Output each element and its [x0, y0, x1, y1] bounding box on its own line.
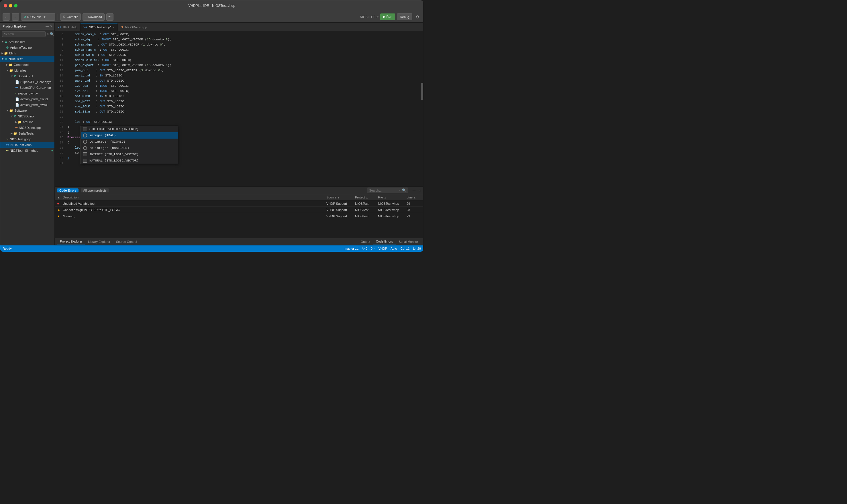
- error-col-proj-header[interactable]: Project ▲: [355, 196, 378, 199]
- tree-item-niostest-sim-ghdp[interactable]: 〜 NIOSTest_Sim.ghdp +: [0, 148, 54, 154]
- error-src-2: VHDP Support: [327, 215, 355, 218]
- tree-item-avalon-sw-tcl[interactable]: 📄 avalon_pwm_sw.tcl: [0, 102, 54, 108]
- panel-close-x-icon[interactable]: ×: [419, 189, 421, 192]
- error-row-1[interactable]: ▲ Cannot assign INTEGER to STD_LOGIC VHD…: [55, 207, 423, 213]
- minimize-button[interactable]: [9, 4, 12, 7]
- sidebar-close-icon[interactable]: ×: [50, 24, 52, 28]
- tree-item-software[interactable]: ▼ 📁 Software: [0, 108, 54, 113]
- tree-item-libraries[interactable]: ▼ 📁 Libraries: [0, 68, 54, 73]
- search-icon[interactable]: 🔍: [50, 32, 54, 36]
- error-col-file-header[interactable]: File ▲: [378, 196, 407, 199]
- bottom-nav-tab-library-explorer[interactable]: Library Explorer: [85, 238, 113, 245]
- all-open-projects-badge[interactable]: All open projects: [81, 188, 109, 193]
- sidebar-header: Project Explorer — ×: [0, 23, 54, 30]
- autocomplete-item-3[interactable]: to_integer (UNSIGNED): [81, 145, 178, 151]
- autocomplete-item-2[interactable]: to_integer (SIGNED): [81, 139, 178, 145]
- error-desc-1: Cannot assign INTEGER to STD_LOGIC: [63, 208, 327, 212]
- bottom-nav-tab-source-control[interactable]: Source Control: [113, 238, 140, 245]
- ac-circle-icon-3: [83, 146, 87, 150]
- maximize-button[interactable]: [14, 4, 17, 7]
- error-col-line-header[interactable]: Line ▲: [407, 196, 421, 199]
- panel-search-input[interactable]: [369, 189, 398, 192]
- tree-item-avalon-pwm-v[interactable]: v avalon_pwm.v: [0, 90, 54, 96]
- tab-blink-vhdp[interactable]: V+ Blink.vhdp: [55, 23, 81, 31]
- error-row-2[interactable]: ▲ Missing ; VHDP Support NIOSTest NIOSTe…: [55, 213, 423, 219]
- panel-title-bar: Code Errors All open projects × 🔍 — ×: [55, 187, 423, 194]
- autocomplete-item-4[interactable]: INTEGER (STD_LOGIC_VECTOR): [81, 151, 178, 158]
- sidebar-header-icons: — ×: [46, 24, 52, 28]
- clear-search-icon[interactable]: ×: [47, 32, 49, 36]
- close-button[interactable]: [4, 4, 7, 7]
- run-button[interactable]: ▶ Run: [380, 14, 395, 20]
- tree-item-serial-tests[interactable]: ▶ 📁 SerialTests: [0, 130, 54, 136]
- right-panel: V+ Blink.vhdp V+ NIOSTest.vhdp* × *+ NIO…: [55, 23, 423, 246]
- panel-search-clear-icon[interactable]: ×: [399, 189, 401, 192]
- tree-item-niostest-ghdp[interactable]: 〜 NIOSTest.ghdp: [0, 136, 54, 142]
- tab-close-niostest[interactable]: ×: [113, 26, 114, 29]
- error-row-0[interactable]: ● Undefined Variable test VHDP Support N…: [55, 200, 423, 207]
- error-icon-2: ▲: [57, 214, 63, 218]
- tree-item-supercpu-vhdp[interactable]: V+ SuperCPU_Core.vhdp: [0, 85, 54, 90]
- debug-button[interactable]: Debug: [397, 14, 412, 20]
- tree-item-arduinotest-ino[interactable]: ⚙ ArduinoTest.ino: [0, 45, 54, 50]
- tab-niosduino-cpp[interactable]: *+ NIOSDuino.cpp: [118, 23, 150, 31]
- autocomplete-item-0[interactable]: STD_LOGIC_VECTOR (INTEGER): [81, 126, 178, 132]
- bottom-nav-tab-code-errors[interactable]: Code Errors: [373, 238, 396, 245]
- tree-item-generated[interactable]: ▶ 📁 Generated: [0, 62, 54, 68]
- tree-item-avalon-hw-tcl[interactable]: 📄 avalon_pwm_hw.tcl: [0, 96, 54, 102]
- error-table: ● Undefined Variable test VHDP Support N…: [55, 200, 423, 238]
- bottom-nav-tab-output[interactable]: Output: [358, 238, 373, 245]
- error-desc-2: Missing ;: [63, 215, 327, 218]
- error-desc-0: Undefined Variable test: [63, 202, 327, 205]
- autocomplete-item-1[interactable]: integer (REAL): [81, 132, 178, 139]
- status-bar: Ready master ⎇ ↻ 0 ↓ 0 ↑ VHDP Auto Col 1…: [0, 246, 423, 252]
- sidebar-collapse-icon[interactable]: —: [46, 24, 49, 28]
- autocomplete-item-5[interactable]: NATURAL (STD_LOGIC_VECTOR): [81, 158, 178, 164]
- project-selector[interactable]: ⚙ NIOSTest ▼: [21, 13, 55, 21]
- panel-search-icon[interactable]: 🔍: [402, 188, 406, 192]
- tab-niostest-vhdp[interactable]: V+ NIOSTest.vhdp* ×: [81, 23, 118, 31]
- bottom-nav-tab-project-explorer[interactable]: Project Explorer: [57, 238, 85, 245]
- scrollbar-thumb[interactable]: [421, 83, 423, 100]
- error-file-0: NIOSTest.vhdp: [378, 202, 407, 205]
- traffic-lights: [4, 4, 17, 7]
- nios-label: NIOS II CPU:: [360, 15, 378, 19]
- tree-item-qsys[interactable]: 📄 SuperCPU_Core.qsys: [0, 79, 54, 85]
- ac-box-icon-0: [83, 127, 87, 131]
- tree-item-niosduino[interactable]: ▼ ⚙ NIOSDuino: [0, 113, 54, 119]
- error-proj-0: NIOSTest: [355, 202, 378, 205]
- autocomplete-dropdown[interactable]: STD_LOGIC_VECTOR (INTEGER) integer (REAL…: [81, 126, 178, 164]
- tree-item-arduinotest[interactable]: ▼ ⚙ ArduinoTest: [0, 39, 54, 45]
- editor-scrollbar[interactable]: [421, 31, 423, 186]
- sidebar: Project Explorer — × × 🔍 ▼ ⚙ ArduinoTest: [0, 23, 55, 246]
- tree-item-niostest[interactable]: ▼ ⚙ NIOSTest: [0, 56, 54, 62]
- tree-item-niostest-vhdp[interactable]: V+ NIOSTest.vhdp: [0, 142, 54, 148]
- code-editor[interactable]: 6 7 8 9 10 11 12 13 14 15 16 17 18 19 20…: [55, 31, 423, 186]
- undo-button[interactable]: ←: [3, 13, 10, 21]
- error-col-desc-header[interactable]: Description: [63, 196, 327, 199]
- settings-button[interactable]: ⚙: [414, 14, 421, 20]
- window-title: VHDPlus IDE - NIOSTest.vhdp: [188, 4, 235, 8]
- redo-button[interactable]: →: [12, 13, 19, 21]
- tree-item-supercpu[interactable]: ▼ ⚙ SuperCPU: [0, 73, 54, 79]
- toolbar-right: NIOS II CPU: ▶ Run Debug ⚙: [360, 14, 421, 20]
- compile-button[interactable]: ⚙ Compile: [60, 13, 81, 21]
- content-area: Project Explorer — × × 🔍 ▼ ⚙ ArduinoTest: [0, 23, 423, 246]
- error-icon-0: ●: [57, 202, 63, 205]
- bottom-panel: Code Errors All open projects × 🔍 — × ▲ …: [55, 186, 423, 238]
- tree-item-arduino[interactable]: ▶ 📁 arduino: [0, 119, 54, 125]
- search-input[interactable]: [2, 31, 46, 37]
- download-button[interactable]: ↓ Download: [83, 13, 104, 21]
- wave-button[interactable]: 〜: [106, 13, 113, 21]
- error-src-1: VHDP Support: [327, 208, 355, 212]
- error-src-0: VHDP Support: [327, 202, 355, 205]
- error-col-src-header[interactable]: Source ▲: [327, 196, 355, 199]
- code-errors-badge[interactable]: Code Errors: [57, 188, 78, 193]
- tree-item-blink[interactable]: ▶ 📁 Blink: [0, 50, 54, 56]
- download-label: Download: [88, 15, 102, 19]
- sidebar-title: Project Explorer: [3, 25, 46, 28]
- tree-item-niosduino-cpp[interactable]: *+ NIOSDuino.cpp: [0, 125, 54, 130]
- bottom-tabs-row: Project Explorer Library Explorer Source…: [55, 238, 423, 246]
- bottom-nav-tab-serial-monitor[interactable]: Serial Monitor: [396, 238, 421, 245]
- panel-close-icon[interactable]: —: [412, 189, 416, 192]
